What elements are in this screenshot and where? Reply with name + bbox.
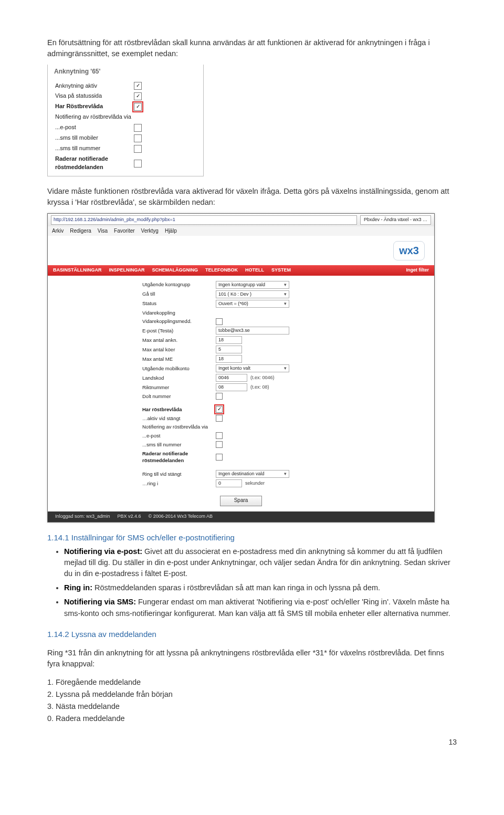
admin-form: Utgående kontogruppIngen kontogrupp vald…: [48, 276, 434, 493]
heading-1-14-2: 1.14.2 Lyssna av meddelanden: [47, 629, 457, 640]
select-utg-kontogrupp[interactable]: Ingen kontogrupp vald: [216, 281, 289, 289]
nav-hotell[interactable]: HOTELL: [245, 267, 264, 274]
input-ring-i[interactable]: 0: [216, 479, 242, 487]
lbl-max-koer: Max antal köer: [142, 346, 216, 353]
lbl-har-vm: Har röstbrevlåda: [142, 406, 216, 413]
menu-hjalp[interactable]: Hjälp: [165, 227, 177, 235]
checkbox-sms-mobiler[interactable]: [134, 134, 142, 142]
item-3: 3. Nästa meddelande: [47, 701, 457, 712]
lbl-dolt: Dolt nummer: [142, 393, 216, 400]
lbl-landskod: Landskod: [142, 374, 216, 382]
label-anknytning-aktiv: Anknytning aktiv: [55, 82, 134, 90]
footer-pbx: PBX v2.4.6: [118, 513, 141, 520]
menu-redigera[interactable]: Redigera: [70, 227, 91, 235]
cb-n-sms[interactable]: [216, 441, 223, 448]
bullet-ring-in: Ring in: Röstmeddelanden sparas i röstbr…: [64, 582, 457, 593]
footer-copy: © 2006-2014 Wx3 Telecom AB: [149, 513, 213, 520]
label-raderar-notifierade: Raderar notifierade röstmeddelanden: [55, 155, 134, 172]
input-max-ankn[interactable]: 18: [216, 336, 242, 344]
lbl-n-epost: ...e-post: [142, 432, 216, 440]
figure-browser-admin: http://192.168.1.226/admin/admin_pbx_mod…: [47, 213, 457, 523]
heading-1-14-1: 1.14.1 Inställningar för SMS och/eller e…: [47, 532, 457, 544]
menu-arkiv[interactable]: Arkiv: [52, 227, 64, 235]
paragraph-vaxel-info: Vidare måste funktionen röstbrevlåda var…: [47, 186, 457, 208]
lbl-notif-via: Notifiering av röstbrevlåda via: [142, 423, 216, 431]
lbl-utg-kontogrupp: Utgående kontogrupp: [142, 281, 216, 288]
logo-wx3: wx3: [393, 241, 425, 260]
menu-verktyg[interactable]: Verktyg: [141, 227, 159, 235]
paragraph-lyssna: Ring *31 från din anknytning för att lys…: [47, 647, 457, 670]
checkbox-sms-nummer[interactable]: [134, 145, 142, 153]
label-visa-statussida: Visa på statussida: [55, 92, 134, 100]
checkbox-visa-statussida[interactable]: [134, 92, 142, 100]
bullet-list-notif: Notifiering via e-post: Givet att du ass…: [64, 546, 457, 619]
checkbox-anknytning-aktiv[interactable]: [134, 82, 142, 90]
menu-visa[interactable]: Visa: [98, 227, 108, 235]
save-button[interactable]: Spara: [220, 496, 262, 506]
fieldset-legend: Anknytning '65': [52, 68, 102, 75]
lbl-max-ankn: Max antal ankn.: [142, 337, 216, 344]
cb-raderar[interactable]: [216, 454, 223, 461]
label-sms-nummer: ...sms till nummer: [55, 144, 134, 153]
nav-inspelningar[interactable]: INSPELNINGAR: [109, 267, 145, 274]
lbl-max-me: Max antal ME: [142, 356, 216, 363]
select-ring-stangt[interactable]: Ingen destination vald: [216, 470, 289, 478]
cb-vidaremedd[interactable]: [216, 318, 223, 325]
item-1: 1. Föregående meddelande: [47, 677, 457, 688]
select-utg-mobil[interactable]: Inget konto valt: [216, 364, 289, 372]
label-sms-mobiler: ...sms till mobiler: [55, 134, 134, 142]
cb-n-epost[interactable]: [216, 432, 223, 439]
nav-schemalaggning[interactable]: SCHEMALÄGGNING: [152, 267, 198, 274]
nav-basinstallningar[interactable]: BASINSTÄLLNINGAR: [53, 267, 102, 274]
keypress-list: 1. Föregående meddelande 2. Lyssna på me…: [47, 677, 457, 724]
footer-user: Inloggad som: wx3_admin: [55, 513, 110, 520]
lbl-riktnr: Riktnummer: [142, 384, 216, 391]
browser-tab[interactable]: Pbxdev - Ändra växel - wx3 …: [360, 215, 431, 225]
menu-favoriter[interactable]: Favoriter: [114, 227, 134, 235]
cb-aktiv-stangt[interactable]: [216, 415, 223, 422]
red-navbar: BASINSTÄLLNINGAR INSPELNINGAR SCHEMALÄGG…: [48, 265, 434, 276]
unit-sekunder: sekunder: [245, 480, 265, 487]
lbl-status: Status: [142, 300, 216, 307]
input-max-koer[interactable]: 5: [216, 346, 242, 353]
label-har-rostbrevlada: Har Röstbrevlåda: [55, 102, 134, 111]
cb-dolt[interactable]: [216, 393, 223, 400]
lbl-ring-stangt: Ring till vid stängt: [142, 471, 216, 478]
checkbox-raderar-notifierade[interactable]: [134, 160, 142, 168]
figure-anknytning-settings: Anknytning '65' Anknytning aktiv Visa på…: [47, 65, 457, 176]
label-notifiering-via: Notifiering av röstbrevlåda via: [55, 113, 134, 121]
input-landskod[interactable]: 0046: [216, 374, 247, 382]
url-bar[interactable]: http://192.168.1.226/admin/admin_pbx_mod…: [51, 215, 357, 225]
nav-telefonbok[interactable]: TELEFONBOK: [205, 267, 238, 274]
browser-chrome-top: http://192.168.1.226/admin/admin_pbx_mod…: [48, 214, 434, 226]
lbl-ring-i: …ring i: [142, 480, 216, 487]
note-landskod: (t.ex: 0046): [250, 374, 275, 381]
lbl-raderar: Raderar notifierade röstmeddelanden: [142, 450, 216, 465]
nav-filter[interactable]: Inget filter: [406, 267, 429, 274]
select-status[interactable]: Ouvert = (*60): [216, 300, 289, 308]
cb-har-vm[interactable]: [216, 406, 223, 413]
intro-paragraph: En förutsättning för att röstbrevlådan s…: [47, 37, 457, 59]
item-2: 2. Lyssna på meddelande från början: [47, 689, 457, 700]
checkbox-har-rostbrevlada[interactable]: [134, 103, 142, 111]
bullet-epost: Notifiering via e-post: Givet att du ass…: [64, 546, 457, 579]
lbl-vidaremedd: Vidarekopplingsmedd.: [142, 318, 216, 325]
admin-footer: Inloggad som: wx3_admin PBX v2.4.6 © 200…: [48, 511, 434, 522]
brand-area: wx3: [48, 236, 434, 265]
input-epost[interactable]: tobbe@wx3.se: [216, 327, 289, 335]
nav-system[interactable]: SYSTEM: [271, 267, 291, 274]
lbl-epost-testa: E-post (Testa): [142, 327, 216, 335]
bullet-sms: Notifiering via SMS: Fungerar endast om …: [64, 597, 457, 619]
lbl-utg-mobil: Utgående mobilkonto: [142, 365, 216, 372]
item-0: 0. Radera meddelande: [47, 713, 457, 724]
select-ga-till[interactable]: 101 ( Kö : Dev ): [216, 290, 289, 298]
input-riktnr[interactable]: 08: [216, 383, 247, 391]
lbl-ga-till: Gå till: [142, 290, 216, 298]
browser-menubar: Arkiv Redigera Visa Favoriter Verktyg Hj…: [48, 226, 434, 236]
note-riktnr: (t.ex: 08): [250, 384, 269, 391]
lbl-vidarekoppling: Vidarekoppling: [142, 309, 216, 317]
input-max-me[interactable]: 18: [216, 355, 242, 363]
checkbox-epost[interactable]: [134, 124, 142, 132]
lbl-n-sms: ...sms till nummer: [142, 441, 216, 448]
lbl-aktiv-stangt: …aktiv vid stängt: [142, 415, 216, 422]
